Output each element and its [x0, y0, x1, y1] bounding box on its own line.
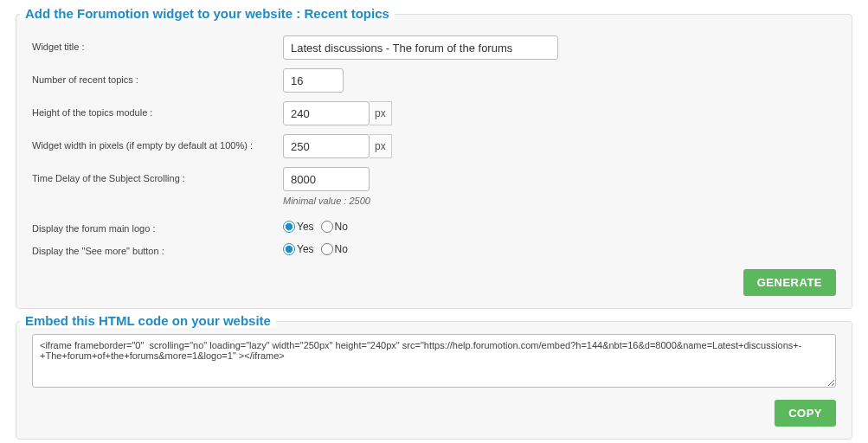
label-display-logo: Display the forum main logo : [32, 217, 283, 236]
row-height: Height of the topics module : px [32, 101, 836, 125]
row-width: Widget width in pixels (if empty by defa… [32, 134, 836, 158]
radio-seemore-yes[interactable] [283, 243, 295, 255]
embed-panel: Embed this HTML code on your website <if… [16, 321, 852, 440]
input-widget-title[interactable] [283, 35, 558, 60]
input-width[interactable] [283, 134, 370, 158]
input-num-topics[interactable] [283, 68, 344, 93]
row-num-topics: Number of recent topics : [32, 68, 836, 93]
row-delay: Time Delay of the Subject Scrolling : Mi… [32, 167, 836, 209]
radio-label-seemore-yes[interactable]: Yes [283, 241, 314, 257]
widget-config-panel: Add the Forumotion widget to your websit… [16, 14, 852, 309]
label-num-topics: Number of recent topics : [32, 68, 283, 87]
radio-label-logo-yes[interactable]: Yes [283, 219, 314, 234]
label-display-seemore: Display the "See more" button : [32, 240, 283, 259]
label-width: Widget width in pixels (if empty by defa… [32, 134, 283, 153]
radio-group-logo: Yes No [283, 217, 353, 234]
radio-logo-yes[interactable] [283, 221, 295, 233]
input-height[interactable] [283, 101, 370, 125]
embed-code-textarea[interactable]: <iframe frameborder="0" scrolling="no" l… [32, 334, 836, 388]
row-display-logo: Display the forum main logo : Yes No [32, 217, 836, 236]
generate-button[interactable]: GENERATE [743, 269, 836, 296]
unit-width: px [370, 134, 392, 158]
input-delay[interactable] [283, 167, 370, 191]
widget-config-legend: Add the Forumotion widget to your websit… [20, 6, 395, 21]
hint-delay: Minimal value : 2500 [283, 193, 370, 209]
label-widget-title: Widget title : [32, 35, 283, 55]
radio-label-seemore-no[interactable]: No [321, 241, 348, 257]
label-height: Height of the topics module : [32, 101, 283, 120]
radio-group-seemore: Yes No [283, 240, 353, 257]
radio-logo-no[interactable] [321, 221, 333, 233]
label-delay: Time Delay of the Subject Scrolling : [32, 167, 283, 186]
row-widget-title: Widget title : [32, 35, 836, 60]
radio-seemore-no[interactable] [321, 243, 333, 255]
row-display-seemore: Display the "See more" button : Yes No [32, 240, 836, 259]
copy-button[interactable]: COPY [775, 400, 836, 427]
radio-label-logo-no[interactable]: No [321, 219, 348, 234]
embed-legend: Embed this HTML code on your website [20, 313, 276, 328]
unit-height: px [370, 101, 392, 125]
